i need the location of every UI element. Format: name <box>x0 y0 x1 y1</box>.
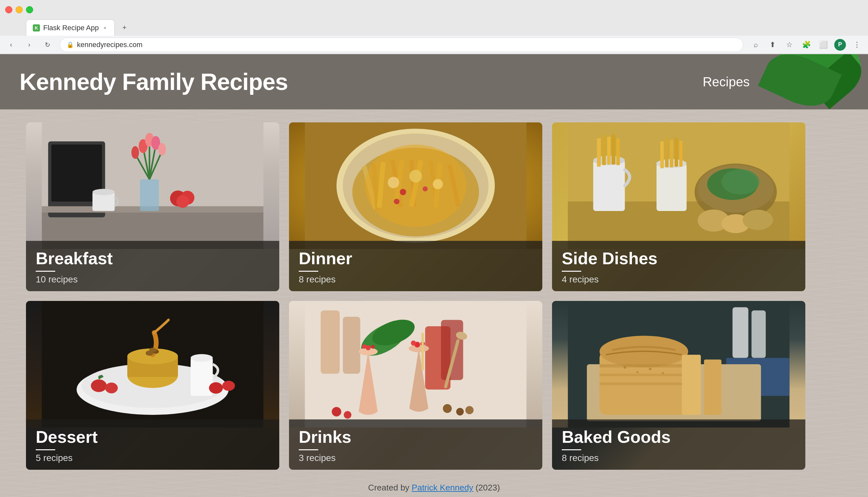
card-image-drinks <box>289 301 542 427</box>
share-icon[interactable]: ⬆ <box>767 39 779 51</box>
tab-favicon: K <box>33 24 40 31</box>
card-overlay-dinner: Dinner 8 recipes <box>289 241 542 291</box>
tab-title: Flask Recipe App <box>43 24 99 32</box>
svg-rect-95 <box>421 333 424 371</box>
active-tab[interactable]: K Flask Recipe App × <box>26 19 115 36</box>
card-divider-side-dishes <box>562 271 581 272</box>
card-title-dessert: Dessert <box>36 427 269 447</box>
forward-button[interactable]: › <box>23 39 35 51</box>
card-divider-breakfast <box>36 271 55 272</box>
svg-rect-104 <box>732 308 748 358</box>
svg-rect-110 <box>600 364 688 368</box>
extensions-icon[interactable]: 🧩 <box>800 39 812 51</box>
svg-point-15 <box>131 146 139 159</box>
minimize-window-button[interactable] <box>16 6 23 13</box>
plant-decoration <box>771 54 868 109</box>
browser-chrome: K Flask Recipe App × + ‹ › ↻ 🔒 kennedyre… <box>0 0 868 54</box>
svg-rect-44 <box>593 160 625 211</box>
svg-point-37 <box>409 170 422 182</box>
profile-button[interactable]: P <box>834 39 846 51</box>
svg-point-38 <box>433 179 443 189</box>
recipe-card-side-dishes[interactable]: Side Dishes 4 recipes <box>552 123 805 291</box>
bookmark-icon[interactable]: ☆ <box>784 39 795 51</box>
main-content: Breakfast 10 recipes <box>0 109 868 497</box>
card-image-dessert <box>26 301 279 427</box>
recipe-card-drinks[interactable]: Drinks 3 recipes <box>289 301 542 470</box>
svg-point-96 <box>332 407 341 416</box>
card-title-drinks: Drinks <box>299 427 533 447</box>
card-overlay-drinks: Drinks 3 recipes <box>289 420 542 470</box>
svg-point-90 <box>362 344 367 349</box>
card-overlay-dessert: Dessert 5 recipes <box>26 420 279 470</box>
card-image-dinner <box>289 123 542 249</box>
card-image-side-dishes <box>552 123 805 249</box>
svg-point-40 <box>422 186 428 191</box>
svg-point-94 <box>411 341 416 346</box>
title-bar <box>0 0 868 19</box>
svg-rect-86 <box>441 320 463 380</box>
svg-point-89 <box>371 345 375 349</box>
svg-rect-105 <box>752 310 766 358</box>
address-input[interactable]: 🔒 kennedyrecipes.com <box>60 38 743 52</box>
svg-rect-46 <box>597 138 601 167</box>
svg-rect-49 <box>612 134 615 165</box>
split-view-icon[interactable]: ⬜ <box>817 39 829 51</box>
recipe-card-dinner[interactable]: Dinner 8 recipes <box>289 123 542 291</box>
footer-text-prefix: Created by <box>368 483 411 493</box>
card-image-breakfast <box>26 123 279 249</box>
svg-point-100 <box>465 406 474 414</box>
svg-point-98 <box>443 404 452 413</box>
svg-rect-111 <box>600 374 688 376</box>
svg-point-41 <box>394 199 400 204</box>
svg-point-73 <box>149 348 156 352</box>
card-title-side-dishes: Side Dishes <box>562 248 796 268</box>
card-title-breakfast: Breakfast <box>36 248 269 268</box>
svg-point-115 <box>624 366 626 369</box>
svg-rect-48 <box>607 137 611 165</box>
svg-rect-5 <box>140 180 159 211</box>
svg-point-64 <box>743 210 773 230</box>
card-subtitle-breakfast: 10 recipes <box>36 274 269 285</box>
tab-close-button[interactable]: × <box>102 25 108 31</box>
search-icon[interactable]: ⌕ <box>750 39 761 51</box>
lock-icon: 🔒 <box>67 41 74 48</box>
toolbar-icons: ⌕ ⬆ ☆ 🧩 ⬜ P ⋮ <box>750 39 863 51</box>
footer-author-link[interactable]: Patrick Kennedy <box>412 483 473 493</box>
svg-rect-55 <box>670 140 673 168</box>
recipe-card-breakfast[interactable]: Breakfast 10 recipes <box>26 123 279 291</box>
site-footer: Created by Patrick Kennedy (2023) <box>26 470 842 497</box>
recipe-card-dessert[interactable]: Dessert 5 recipes <box>26 301 279 470</box>
svg-point-116 <box>636 371 639 373</box>
svg-rect-81 <box>321 310 340 374</box>
maximize-window-button[interactable] <box>26 6 33 13</box>
svg-point-35 <box>365 144 466 227</box>
card-overlay-breakfast: Breakfast 10 recipes <box>26 241 279 291</box>
card-overlay-baked-goods: Baked Goods 8 recipes <box>552 420 805 470</box>
svg-rect-54 <box>665 138 669 168</box>
address-bar-row: ‹ › ↻ 🔒 kennedyrecipes.com ⌕ ⬆ ☆ 🧩 ⬜ P ⋮ <box>0 36 868 54</box>
card-overlay-side-dishes: Side Dishes 4 recipes <box>552 241 805 291</box>
close-window-button[interactable] <box>5 6 12 13</box>
svg-point-61 <box>722 169 759 195</box>
card-divider-dessert <box>36 449 55 450</box>
card-subtitle-dessert: 5 recipes <box>36 453 269 463</box>
new-tab-button[interactable]: + <box>118 21 131 34</box>
svg-point-78 <box>209 382 223 394</box>
card-title-dinner: Dinner <box>299 248 533 268</box>
svg-rect-47 <box>602 135 606 165</box>
svg-rect-53 <box>660 142 664 169</box>
footer-text-suffix: (2023) <box>475 483 500 493</box>
back-button[interactable]: ‹ <box>5 39 17 51</box>
nav-recipes[interactable]: Recipes <box>703 75 750 89</box>
svg-rect-113 <box>682 355 701 415</box>
reload-button[interactable]: ↻ <box>42 39 53 51</box>
more-options-icon[interactable]: ⋮ <box>851 39 863 51</box>
svg-point-75 <box>105 383 118 394</box>
site-title: Kennedy Family Recipes <box>19 69 288 95</box>
card-subtitle-baked-goods: 8 recipes <box>562 453 796 463</box>
recipe-card-baked-goods[interactable]: Baked Goods 8 recipes <box>552 301 805 470</box>
svg-point-117 <box>649 368 652 370</box>
svg-point-20 <box>176 195 189 208</box>
svg-point-79 <box>222 381 235 391</box>
card-subtitle-drinks: 3 recipes <box>299 453 533 463</box>
